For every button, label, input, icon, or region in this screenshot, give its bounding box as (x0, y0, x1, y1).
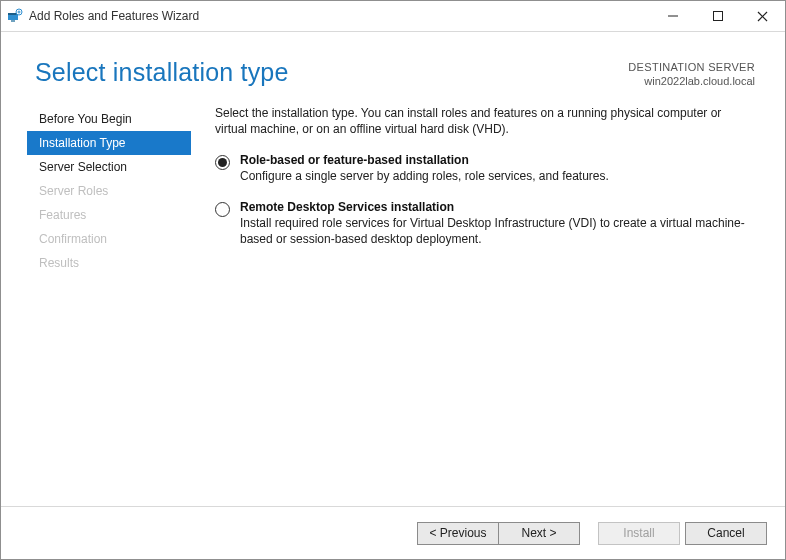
header: Select installation type DESTINATION SER… (1, 32, 785, 99)
radio-role-based[interactable] (215, 155, 230, 170)
wizard-steps: Before You Begin Installation Type Serve… (23, 105, 191, 506)
body: Before You Begin Installation Type Serve… (1, 99, 785, 506)
minimize-button[interactable] (650, 1, 695, 31)
step-results: Results (23, 251, 191, 275)
intro-text: Select the installation type. You can in… (215, 105, 755, 137)
svg-rect-5 (713, 12, 722, 21)
titlebar: Add Roles and Features Wizard (1, 1, 785, 32)
cancel-button[interactable]: Cancel (685, 522, 767, 545)
next-button[interactable]: Next > (498, 522, 580, 545)
page-title: Select installation type (35, 58, 289, 87)
option-rds-title: Remote Desktop Services installation (240, 200, 755, 214)
wizard-window: Add Roles and Features Wizard Select ins… (0, 0, 786, 560)
step-installation-type[interactable]: Installation Type (27, 131, 191, 155)
option-rds[interactable]: Remote Desktop Services installation Ins… (215, 200, 755, 247)
option-role-based-desc: Configure a single server by adding role… (240, 168, 755, 184)
server-manager-icon (7, 8, 23, 24)
close-button[interactable] (740, 1, 785, 31)
window-controls (650, 1, 785, 31)
radio-rds[interactable] (215, 202, 230, 217)
destination-server-box: DESTINATION SERVER win2022lab.cloud.loca… (628, 58, 755, 89)
footer: < Previous Next > Install Cancel (1, 506, 785, 559)
step-server-selection[interactable]: Server Selection (23, 155, 191, 179)
main-panel: Select the installation type. You can in… (191, 105, 765, 506)
destination-label: DESTINATION SERVER (628, 60, 755, 74)
option-role-based-title: Role-based or feature-based installation (240, 153, 755, 167)
step-server-roles: Server Roles (23, 179, 191, 203)
option-rds-desc: Install required role services for Virtu… (240, 215, 755, 247)
window-title: Add Roles and Features Wizard (29, 9, 650, 23)
maximize-button[interactable] (695, 1, 740, 31)
install-button: Install (598, 522, 680, 545)
previous-button[interactable]: < Previous (417, 522, 499, 545)
step-before-you-begin[interactable]: Before You Begin (23, 107, 191, 131)
step-confirmation: Confirmation (23, 227, 191, 251)
option-role-based[interactable]: Role-based or feature-based installation… (215, 153, 755, 184)
destination-server-name: win2022lab.cloud.local (628, 74, 755, 88)
svg-rect-2 (11, 20, 15, 22)
step-features: Features (23, 203, 191, 227)
